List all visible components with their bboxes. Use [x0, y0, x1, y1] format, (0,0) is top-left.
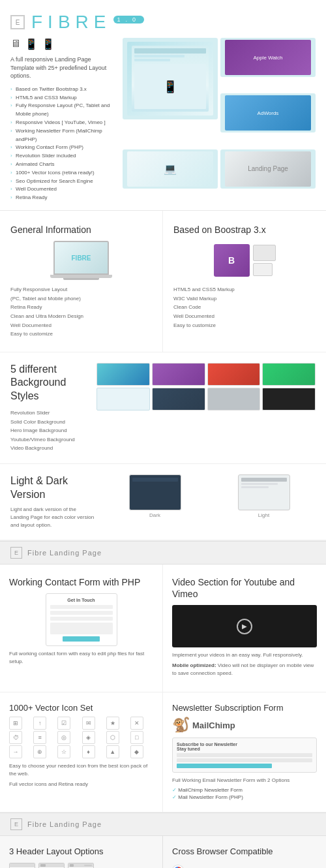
dark-label: Dark	[149, 512, 160, 518]
list-item: Video Background	[10, 444, 89, 453]
contact-desc: Full working contact form with easy to e…	[9, 650, 153, 666]
feature-item: Revolution Slider included	[10, 152, 115, 161]
hero-left: 🖥 📱 📱 A full responsive Landing Page Tem…	[10, 38, 115, 202]
general-info-cell: General Information FIBRE Fully Responsi…	[0, 211, 163, 352]
icon-box: ▲	[106, 745, 119, 758]
video-desc: Implement your videos in an easy way. Fu…	[172, 651, 317, 659]
newsletter-title: Newsletter Subscription Form	[172, 703, 317, 713]
bg-thumb-image	[207, 388, 261, 411]
contact-form-cell: Working Contact Form with PHP Get In Tou…	[0, 565, 163, 692]
nl-field-1	[177, 753, 312, 757]
feature-item: Retina Ready	[10, 194, 115, 202]
list-item: Well Documented	[173, 312, 316, 321]
general-info-title: General Information	[10, 224, 152, 236]
feature-item: Responsive Videos [ YouTube, Vimeo ]	[10, 119, 115, 127]
nl-option-2: ✓ Mail Newsletter Form (PHP)	[172, 794, 317, 800]
tablet-icon: 📱	[25, 38, 38, 50]
nl-field-2	[177, 758, 312, 762]
sep-text-2: Fibre Landing Page	[27, 820, 102, 828]
feature-item: 1000+ Vector Icons (retina ready!)	[10, 169, 115, 178]
list-item: Clean Code	[173, 303, 316, 312]
hdr-cross-section: 3 Header Layout Options	[0, 836, 326, 868]
icon-cell: 1000+ Vector Icon Set ⊞ ↑ ☑ ✉ ★ ✕ ⏱ ≡ ◎ …	[0, 692, 163, 812]
newsletter-desc: Full Working Email Newsletter Form with …	[172, 777, 317, 784]
feature-item: Working Newsletter Form (MailChimp andPH…	[10, 127, 115, 144]
icons-desc1: Easy to choose your needed icon from the…	[9, 762, 153, 778]
header-layout-thumbs	[9, 863, 153, 868]
contact-mock-title: Get In Touch	[50, 598, 113, 602]
hero-desc: A full responsive Landing Page Template …	[10, 55, 115, 80]
icon-box: ◈	[82, 731, 95, 744]
icon-box: →	[9, 745, 22, 758]
newsletter-options: ✓ MailChimp Newsletter Form ✓ Mail Newsl…	[172, 787, 317, 800]
nl-submit-btn	[177, 764, 272, 768]
video-section-cell: Video Section for Youtube and Vimeo ▶ Im…	[163, 565, 326, 692]
video-note: Mobile optimized: Video will not be disp…	[172, 662, 317, 677]
separator-1: E Fibre Landing Page	[0, 541, 326, 565]
list-item: (PC, Tablet and Mobile phone)	[10, 294, 152, 303]
icon-grid: ⊞ ↑ ☑ ✉ ★ ✕ ⏱ ≡ ◎ ◈ ⬡ □ → ⊕ ☆ ♦ ▲ ◆	[9, 717, 153, 758]
header-layout-cell: 3 Header Layout Options	[0, 836, 163, 868]
light-dark-left: Light & Dark Version Light and dark vers…	[10, 474, 95, 529]
sep-text-1: Fibre Landing Page	[27, 549, 102, 557]
feature-item: HTML5 and CSS3 Markup	[10, 94, 115, 102]
bg-thumb-dark	[152, 388, 205, 411]
hero-content: 🖥 📱 📱 A full responsive Landing Page Tem…	[10, 38, 316, 202]
light-dark-section: Light & Dark Version Light and dark vers…	[0, 464, 326, 540]
feature-item: Fully Responsive Layout (PC, Tablet and …	[10, 102, 115, 119]
bg-thumbnails	[96, 363, 316, 453]
list-item: Easy to customize	[173, 321, 316, 330]
bg-thumb-slider	[96, 363, 150, 386]
phone-icon: 📱	[42, 38, 55, 50]
icon-box: ⊕	[33, 745, 46, 758]
list-item: Retina Ready	[10, 303, 152, 312]
dark-screen	[129, 474, 181, 510]
form-field-1	[50, 605, 113, 609]
bg-thumb-green	[262, 363, 316, 386]
laptop-image: FIBRE	[10, 241, 152, 280]
video-mock: ▶	[172, 605, 317, 647]
form-submit-btn	[63, 636, 100, 642]
feature-item: Seo Optimized for Search Engine	[10, 178, 115, 186]
light-dark-desc: Light and dark version of the Landing Pa…	[10, 506, 95, 529]
chrome-icon	[172, 865, 184, 868]
mockup-thumb-1: 📱	[123, 38, 218, 119]
bg-styles-list: Revolution Slider Solid Color Background…	[10, 409, 89, 453]
nl-option-1: ✓ MailChimp Newsletter Form	[172, 787, 317, 793]
mailchimp-logo: 🐒 MailChimp	[172, 717, 317, 734]
newsletter-mock: Subscribe to our NewsletterStay tuned	[172, 737, 317, 773]
monitor-icon: 🖥	[10, 38, 21, 50]
logo-text: FIBRE1.0	[31, 12, 144, 33]
list-item: Youtube/Vimeo Background	[10, 435, 89, 444]
list-item: HTML5 and CSS5 Markup	[173, 285, 316, 294]
icon-box: ≡	[33, 731, 46, 744]
icon-box: ⊞	[9, 717, 22, 730]
form-field-2	[50, 611, 113, 615]
hero-section: E FIBRE1.0 🖥 📱 📱 A full responsive Landi…	[0, 0, 326, 210]
bootstrap-title: Based on Boostrap 3.x	[173, 224, 316, 236]
general-info-features: Fully Responsive Layout (PC, Tablet and …	[10, 285, 152, 339]
play-button[interactable]: ▶	[237, 619, 252, 634]
list-item: Revolution Slider	[10, 409, 89, 418]
feature-item: Working Contact Form (PHP)	[10, 144, 115, 152]
icon-box: ✕	[130, 717, 143, 730]
list-item: Fully Responsive Layout	[10, 285, 152, 294]
video-title: Video Section for Youtube and Vimeo	[172, 576, 317, 600]
sep-icon-2: E	[10, 818, 22, 830]
icon-box: □	[130, 731, 143, 744]
bg-styles-left: 5 different Background Styles Revolution…	[10, 363, 89, 453]
bg-styles-section: 5 different Background Styles Revolution…	[0, 352, 326, 464]
feature-item: Animated Charts	[10, 161, 115, 169]
feature-item: Based on Twitter Bootstrap 3.x	[10, 85, 115, 94]
light-dark-right: Dark Light	[103, 474, 316, 529]
icon-box: ★	[106, 717, 119, 730]
icon-box: ☑	[57, 717, 70, 730]
list-item: Clean and Ultra Modern Design	[10, 312, 152, 321]
bg-section-wrapper: 5 different Background Styles Revolution…	[0, 352, 326, 541]
list-item: Hero Image Background	[10, 426, 89, 435]
bg-styles-title: 5 different Background Styles	[10, 363, 89, 403]
contact-title: Working Contact Form with PHP	[9, 576, 153, 588]
logo-badge: 1.0	[113, 16, 144, 23]
header-layout-1	[9, 863, 35, 868]
mockup-thumb-2: Apple Watch	[220, 38, 316, 77]
